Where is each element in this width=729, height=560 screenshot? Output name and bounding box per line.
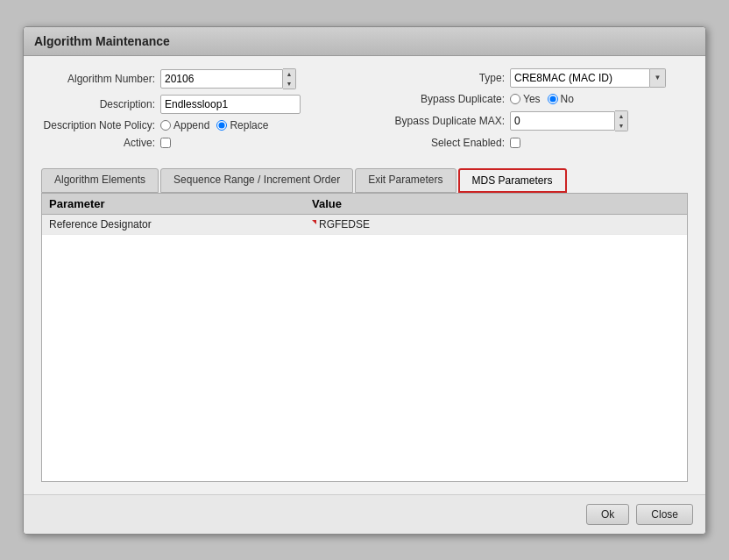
col-header-value: Value — [312, 197, 680, 210]
bypass-duplicate-max-row: Bypass Duplicate MAX: ▲ ▼ — [373, 110, 688, 131]
ok-button[interactable]: Ok — [586, 504, 629, 525]
select-enabled-label: Select Enabled: — [373, 137, 505, 149]
tab-sequence-range[interactable]: Sequence Range / Increment Order — [160, 168, 353, 193]
tab-mds-parameters[interactable]: MDS Parameters — [458, 168, 567, 193]
active-checkbox[interactable] — [160, 138, 171, 148]
cell-value-text: RGFEDSE — [319, 218, 370, 230]
bypass-duplicate-row: Bypass Duplicate: Yes No — [373, 93, 688, 105]
bypass-max-spinner-buttons: ▲ ▼ — [615, 110, 628, 131]
bypass-max-input[interactable] — [510, 111, 615, 131]
description-note-policy-group: Append Replace — [160, 119, 268, 131]
replace-radio-label[interactable]: Replace — [216, 119, 268, 131]
dialog-body: Algorithm Number: ▲ ▼ Description: Descr… — [24, 56, 705, 494]
col-header-parameter: Parameter — [49, 197, 312, 210]
dialog-title: Algorithm Maintenance — [24, 27, 705, 56]
type-label: Type: — [373, 72, 505, 84]
description-note-policy-row: Description Note Policy: Append Replace — [41, 119, 356, 131]
algorithm-number-spinner[interactable]: ▲ ▼ — [160, 68, 296, 89]
algorithm-number-spinner-buttons: ▲ ▼ — [283, 68, 296, 89]
append-radio-text: Append — [173, 119, 209, 131]
select-enabled-checkbox[interactable] — [510, 138, 520, 148]
bypass-no-text: No — [561, 93, 574, 105]
replace-radio-text: Replace — [230, 119, 268, 131]
replace-radio[interactable] — [216, 120, 227, 131]
active-label: Active: — [41, 137, 155, 149]
table-row: Reference Designator RGFEDSE — [42, 215, 687, 235]
cell-parameter: Reference Designator — [49, 218, 312, 230]
type-select[interactable]: CRE8MAC (MAC ID) — [510, 68, 650, 88]
algorithm-number-up[interactable]: ▲ — [283, 69, 295, 79]
description-row: Description: — [41, 95, 356, 114]
close-button[interactable]: Close — [636, 504, 693, 525]
description-input[interactable] — [160, 95, 301, 114]
description-label: Description: — [41, 98, 155, 110]
bypass-no-radio[interactable] — [548, 94, 558, 104]
form-section: Algorithm Number: ▲ ▼ Description: Descr… — [41, 68, 688, 149]
bypass-max-down[interactable]: ▼ — [615, 121, 627, 131]
tab-content: Parameter Value Reference Designator RGF… — [41, 193, 688, 482]
algorithm-maintenance-dialog: Algorithm Maintenance Algorithm Number: … — [23, 26, 706, 535]
type-select-wrapper: CRE8MAC (MAC ID) ▼ — [510, 68, 666, 88]
bypass-yes-radio[interactable] — [510, 94, 520, 104]
bypass-duplicate-label: Bypass Duplicate: — [373, 93, 505, 105]
bypass-yes-label[interactable]: Yes — [510, 93, 541, 105]
algorithm-number-input[interactable] — [160, 69, 283, 89]
active-row: Active: — [41, 137, 356, 149]
tab-algorithm-elements[interactable]: Algorithm Elements — [41, 168, 159, 193]
form-left-col: Algorithm Number: ▲ ▼ Description: Descr… — [41, 68, 356, 149]
main-content: Algorithm Elements Sequence Range / Incr… — [41, 158, 688, 482]
type-row: Type: CRE8MAC (MAC ID) ▼ — [373, 68, 688, 88]
bypass-yes-text: Yes — [523, 93, 541, 105]
bypass-no-label[interactable]: No — [548, 93, 574, 105]
bypass-duplicate-group: Yes No — [510, 93, 574, 105]
select-enabled-row: Select Enabled: — [373, 137, 688, 149]
algorithm-number-label: Algorithm Number: — [41, 73, 155, 85]
algorithm-number-row: Algorithm Number: ▲ ▼ — [41, 68, 356, 89]
bypass-max-up[interactable]: ▲ — [615, 111, 627, 121]
form-right-col: Type: CRE8MAC (MAC ID) ▼ Bypass Duplicat… — [373, 68, 688, 149]
algorithm-number-down[interactable]: ▼ — [283, 79, 295, 89]
append-radio[interactable] — [160, 120, 171, 131]
table-header: Parameter Value — [42, 194, 687, 215]
description-note-policy-label: Description Note Policy: — [41, 119, 155, 131]
tabs-section: Algorithm Elements Sequence Range / Incr… — [41, 168, 688, 193]
append-radio-label[interactable]: Append — [160, 119, 209, 131]
tab-exit-parameters[interactable]: Exit Parameters — [355, 168, 456, 193]
cell-value: RGFEDSE — [312, 218, 680, 230]
bypass-duplicate-max-label: Bypass Duplicate MAX: — [373, 115, 505, 127]
red-triangle-icon — [312, 220, 316, 224]
type-select-arrow[interactable]: ▼ — [650, 68, 666, 88]
bypass-max-spinner[interactable]: ▲ ▼ — [510, 110, 628, 131]
dialog-footer: Ok Close — [24, 494, 705, 534]
